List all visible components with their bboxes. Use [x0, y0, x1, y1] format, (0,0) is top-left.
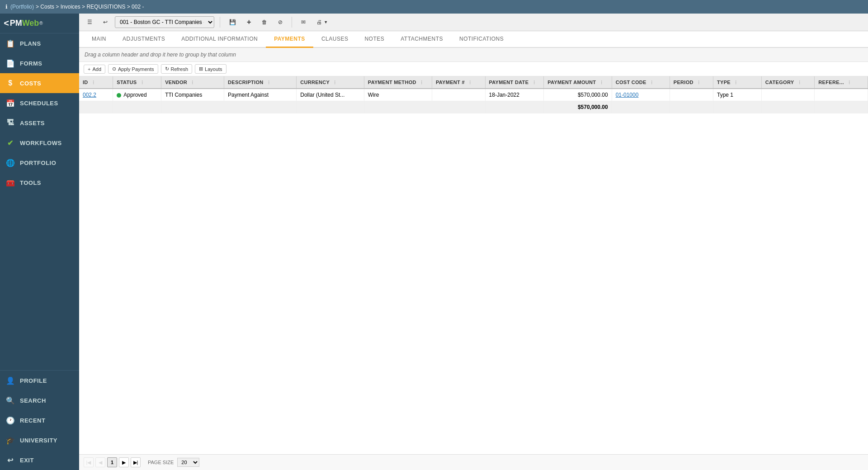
col-header-status[interactable]: STATUS ⋮ — [113, 76, 161, 89]
info-icon[interactable]: ℹ — [5, 4, 8, 10]
sort-icon-currency: ⋮ — [333, 80, 337, 85]
forms-icon: 📄 — [5, 58, 15, 68]
next-page-button[interactable]: ▶ — [119, 457, 129, 467]
sidebar-item-recent[interactable]: 🕐 RECENT — [0, 410, 79, 430]
tab-notes[interactable]: NOTES — [356, 31, 392, 48]
drag-hint: Drag a column header and drop it here to… — [79, 48, 868, 62]
col-header-category[interactable]: CATEGORY ⋮ — [761, 76, 815, 89]
print-icon: 🖨 — [316, 19, 322, 25]
payments-table-container[interactable]: ID ⋮ STATUS ⋮ VENDOR ⋮ DESCRIPTION — [79, 76, 868, 454]
toolbar: ☰ ↩ 001 - Boston GC - TTI Companies - C … — [79, 14, 868, 31]
project-select[interactable]: 001 - Boston GC - TTI Companies - C — [115, 16, 214, 28]
workflows-icon: ✔ — [5, 138, 15, 148]
sidebar-item-plans[interactable]: 📋 PLANS — [0, 33, 79, 53]
refresh-icon: ↻ — [165, 66, 169, 72]
email-button[interactable]: ✉ — [297, 17, 309, 27]
sort-icon-status: ⋮ — [140, 80, 144, 85]
tab-additional[interactable]: ADDITIONAL INFORMATION — [173, 31, 266, 48]
save-button[interactable]: 💾 — [226, 17, 240, 27]
sidebar-item-search[interactable]: 🔍 SEARCH — [0, 390, 79, 410]
cell-cost-code[interactable]: 01-01000 — [612, 89, 670, 101]
sort-icon-category: ⋮ — [797, 80, 802, 85]
sidebar-item-schedules[interactable]: 📅 SCHEDULES — [0, 93, 79, 113]
payments-table: ID ⋮ STATUS ⋮ VENDOR ⋮ DESCRIPTION — [79, 76, 868, 113]
cancel-button[interactable]: ⊘ — [274, 17, 286, 27]
col-header-reference[interactable]: REFERE... ⋮ — [815, 76, 868, 89]
sidebar-item-profile[interactable]: 👤 PROFILE — [0, 371, 79, 390]
sidebar-item-assets[interactable]: 🏗 ASSETS — [0, 113, 79, 133]
profile-label: PROFILE — [20, 377, 47, 384]
col-header-payment-num[interactable]: PAYMENT # ⋮ — [432, 76, 486, 89]
toolbar-separator-2 — [292, 17, 292, 28]
cell-description: Payment Against — [224, 89, 297, 101]
university-label: UNIVERSITY — [20, 437, 57, 444]
sidebar-item-costs[interactable]: $ COSTS — [0, 73, 79, 93]
undo-button[interactable]: ↩ — [99, 17, 111, 27]
sidebar-item-portfolio[interactable]: 🌐 PORTFOLIO — [0, 153, 79, 173]
sort-icon-payment-amount: ⋮ — [599, 80, 604, 85]
table-row[interactable]: 002.2 Approved TTI Companies Payment Aga… — [79, 89, 868, 101]
tab-adjustments[interactable]: ADJUSTMENTS — [114, 31, 173, 48]
breadcrumb-portfolio[interactable]: (Portfolio) — [10, 4, 34, 10]
page-size-select[interactable]: 2050100 — [177, 458, 199, 467]
sidebar-item-exit[interactable]: ↩ EXIT — [0, 450, 79, 470]
sidebar-item-forms[interactable]: 📄 FORMS — [0, 53, 79, 73]
col-header-payment-method[interactable]: PAYMENT METHOD ⋮ — [364, 76, 432, 89]
add-action-icon: + — [88, 66, 90, 72]
cell-category — [761, 89, 815, 101]
undo-icon: ↩ — [103, 19, 108, 25]
sort-icon-id: ⋮ — [91, 80, 95, 85]
print-button[interactable]: 🖨 ▼ — [313, 17, 331, 27]
cell-id[interactable]: 002.2 — [79, 89, 113, 101]
cell-payment-num — [432, 89, 486, 101]
add-button[interactable]: + — [243, 16, 255, 28]
delete-icon: 🗑 — [262, 19, 267, 25]
col-header-id[interactable]: ID ⋮ — [79, 76, 113, 89]
delete-button[interactable]: 🗑 — [258, 17, 271, 27]
sort-icon-cost-code: ⋮ — [650, 80, 654, 85]
breadcrumb-rest: > Costs > Invoices > REQUISITIONS > 002 … — [36, 4, 144, 10]
top-bar: ℹ (Portfolio) > Costs > Invoices > REQUI… — [0, 0, 868, 14]
cell-currency: Dollar (United St... — [297, 89, 364, 101]
pagination: |◀ ◀ 1 ▶ ▶| PAGE SIZE 2050100 — [79, 454, 868, 470]
cell-payment-amount: $570,000.00 — [544, 89, 612, 101]
first-page-button[interactable]: |◀ — [84, 457, 94, 467]
prev-page-button[interactable]: ◀ — [95, 457, 105, 467]
last-page-button[interactable]: ▶| — [131, 457, 141, 467]
add-action-button[interactable]: + Add — [84, 65, 105, 74]
sidebar-item-tools[interactable]: 🧰 TOOLS — [0, 173, 79, 193]
sort-icon-description: ⋮ — [267, 80, 271, 85]
sidebar: < PMWeb ® 📋 PLANS 📄 FORMS $ COSTS 📅 SCHE… — [0, 14, 79, 470]
plans-label: PLANS — [20, 40, 41, 47]
list-view-button[interactable]: ☰ — [84, 17, 96, 27]
sort-icon-vendor: ⋮ — [190, 80, 194, 85]
col-header-vendor[interactable]: VENDOR ⋮ — [161, 76, 224, 89]
tab-main[interactable]: MAIN — [84, 31, 114, 48]
cell-vendor: TTI Companies — [161, 89, 224, 101]
sort-icon-payment-date: ⋮ — [532, 80, 536, 85]
sort-icon-type: ⋮ — [734, 80, 738, 85]
col-header-type[interactable]: TYPE ⋮ — [713, 76, 762, 89]
schedules-icon: 📅 — [5, 98, 15, 108]
tab-clauses[interactable]: CLAUSES — [313, 31, 357, 48]
refresh-button[interactable]: ↻ Refresh — [161, 64, 193, 74]
sidebar-item-university[interactable]: 🎓 UNIVERSITY — [0, 430, 79, 450]
col-header-description[interactable]: DESCRIPTION ⋮ — [224, 76, 297, 89]
tools-icon: 🧰 — [5, 178, 15, 188]
col-header-period[interactable]: PERIOD ⋮ — [670, 76, 713, 89]
add-action-label: Add — [92, 66, 101, 72]
list-icon: ☰ — [87, 19, 92, 25]
tab-attachments[interactable]: ATTACHMENTS — [392, 31, 451, 48]
assets-icon: 🏗 — [5, 118, 15, 128]
col-header-payment-date[interactable]: PAYMENT DATE ⋮ — [485, 76, 544, 89]
sidebar-item-workflows[interactable]: ✔ WORKFLOWS — [0, 133, 79, 153]
apply-payments-button[interactable]: ⊙ Apply Payments — [108, 64, 158, 74]
tab-payments[interactable]: PAYMENTS — [266, 31, 313, 48]
col-header-cost-code[interactable]: COST CODE ⋮ — [612, 76, 670, 89]
col-header-currency[interactable]: CURRENCY ⋮ — [297, 76, 364, 89]
portfolio-icon: 🌐 — [5, 158, 15, 168]
current-page-button[interactable]: 1 — [107, 457, 117, 467]
layouts-button[interactable]: ⊞ Layouts — [195, 64, 226, 74]
tab-notifications[interactable]: NOTIFICATIONS — [451, 31, 512, 48]
col-header-payment-amount[interactable]: PAYMENT AMOUNT ⋮ — [544, 76, 612, 89]
